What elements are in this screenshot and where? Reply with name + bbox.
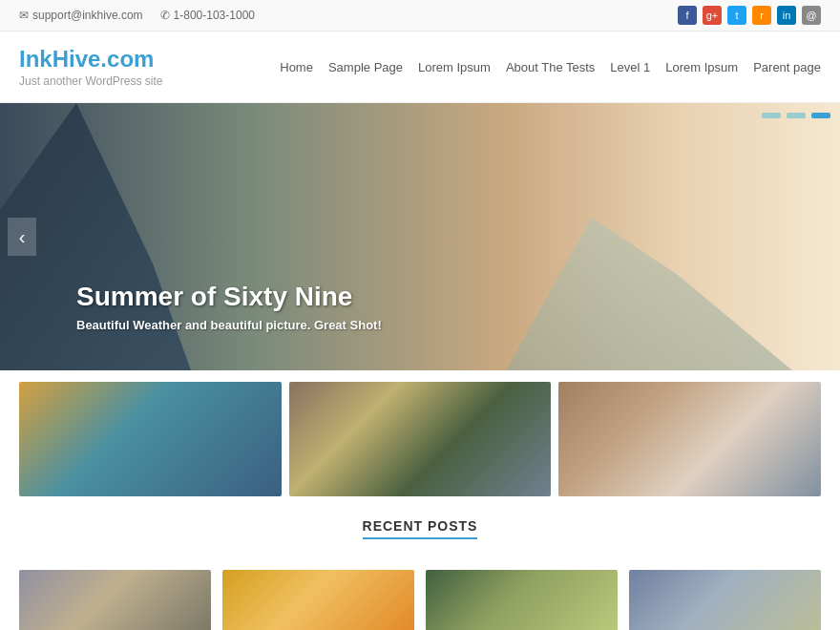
rss-icon[interactable]: r	[752, 6, 771, 25]
nav-home[interactable]: Home	[280, 60, 313, 74]
featured-image-2-bg	[289, 382, 552, 496]
featured-image-1-bg	[19, 382, 282, 496]
site-description: Just another WordPress site	[19, 74, 163, 88]
post-card-3: Readability Test All children, except on…	[426, 570, 618, 630]
featured-image-3-bg	[558, 382, 821, 496]
post-thumb-3[interactable]	[426, 570, 618, 630]
hero-slider: Summer of Sixty Nine Beautiful Weather a…	[0, 103, 840, 370]
nav-sample-page[interactable]: Sample Page	[328, 60, 403, 74]
social-links: f g+ t r in @	[678, 6, 821, 25]
phone-contact: ✆ 1-800-103-1000	[160, 9, 255, 22]
post-thumb-4[interactable]	[629, 570, 821, 630]
post-thumb-2-bg	[222, 570, 414, 630]
recent-posts-section: RECENT POSTS Layout Test This is a stick…	[0, 508, 840, 630]
hero-caption: Summer of Sixty Nine Beautiful Weather a…	[76, 282, 382, 332]
featured-image-1[interactable]	[19, 382, 282, 496]
email-icon: ✉	[19, 9, 29, 22]
post-thumb-2[interactable]	[222, 570, 414, 630]
email-social-icon[interactable]: @	[802, 6, 821, 25]
slider-dots	[762, 113, 830, 118]
hero-title: Summer of Sixty Nine	[76, 282, 382, 312]
top-bar-contact: ✉ support@inkhive.com ✆ 1-800-103-1000	[19, 9, 255, 22]
featured-images-row	[0, 370, 840, 508]
linkedin-icon[interactable]: in	[777, 6, 796, 25]
post-card-2: Hello world! Etiam pulvinar urna, iaosu!…	[222, 570, 414, 630]
main-nav: Home Sample Page Lorem Ipsum About The T…	[280, 60, 821, 74]
hero-subtitle: Beautiful Weather and beautiful picture.…	[76, 318, 382, 332]
phone-icon: ✆	[160, 9, 170, 22]
nav-parent-page[interactable]: Parent page	[753, 60, 821, 74]
posts-grid: Layout Test This is a sticky post!!! Mak…	[19, 570, 821, 630]
google-plus-icon[interactable]: g+	[703, 6, 722, 25]
email-address: support@inkhive.com	[32, 9, 143, 22]
slider-dot-2[interactable]	[787, 113, 806, 118]
top-bar: ✉ support@inkhive.com ✆ 1-800-103-1000 f…	[0, 0, 840, 32]
site-branding: InkHive.com Just another WordPress site	[19, 46, 163, 88]
email-contact: ✉ support@inkhive.com	[19, 9, 143, 22]
recent-posts-title: RECENT POSTS	[363, 518, 478, 539]
facebook-icon[interactable]: f	[678, 6, 697, 25]
slider-prev-button[interactable]: ‹	[8, 218, 36, 256]
nav-about-the-tests[interactable]: About The Tests	[506, 60, 595, 74]
post-card-4: Images Test Image Alignment Tests: Un-Ca…	[629, 570, 821, 630]
site-title[interactable]: InkHive.com	[19, 46, 163, 73]
nav-level-1[interactable]: Level 1	[610, 60, 650, 74]
phone-number: 1-800-103-1000	[174, 9, 255, 22]
nav-lorem-ipsum-1[interactable]: Lorem Ipsum	[418, 60, 491, 74]
featured-image-2[interactable]	[289, 382, 552, 496]
post-card-1: Layout Test This is a sticky post!!! Mak…	[19, 570, 211, 630]
post-thumb-1-bg	[19, 570, 211, 630]
post-thumb-3-bg	[426, 570, 618, 630]
section-title-wrap: RECENT POSTS	[19, 517, 821, 555]
post-thumb-4-bg	[629, 570, 821, 630]
slider-dot-1[interactable]	[762, 113, 781, 118]
post-thumb-1[interactable]	[19, 570, 211, 630]
slider-dot-3[interactable]	[811, 113, 830, 118]
twitter-icon[interactable]: t	[727, 6, 746, 25]
featured-image-3[interactable]	[558, 382, 821, 496]
nav-lorem-ipsum-2[interactable]: Lorem Ipsum	[665, 60, 738, 74]
site-header: InkHive.com Just another WordPress site …	[0, 32, 840, 103]
